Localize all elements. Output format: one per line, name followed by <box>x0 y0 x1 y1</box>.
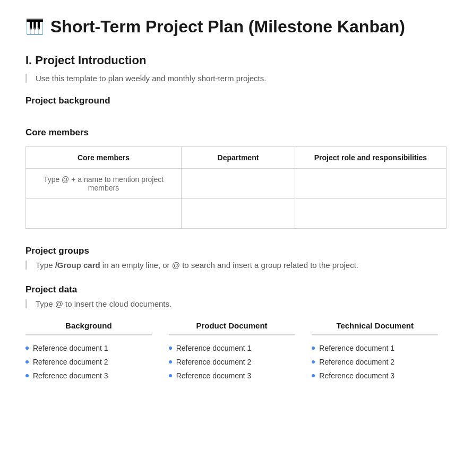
list-item: Reference document 3 <box>25 371 152 380</box>
bullet-icon <box>25 347 29 350</box>
data-column-background: Background Reference document 1 Referenc… <box>25 321 160 385</box>
product-item-1: Reference document 1 <box>176 344 252 352</box>
project-background-heading: Project background <box>25 96 447 106</box>
data-column-product-header: Product Document <box>169 321 295 335</box>
section-project-introduction: I. Project Introduction Use this templat… <box>25 54 447 106</box>
section-core-members: Core members Core members Department Pro… <box>25 127 447 229</box>
list-item: Reference document 3 <box>312 371 438 380</box>
table-row: Type @ + a name to mention project membe… <box>26 169 447 199</box>
section-project-groups: Project groups Type /Group card in an em… <box>25 246 447 270</box>
product-item-2: Reference document 2 <box>176 358 252 366</box>
data-column-technical-header: Technical Document <box>312 321 438 335</box>
list-item: Reference document 2 <box>169 358 295 366</box>
product-list: Reference document 1 Reference document … <box>169 344 295 380</box>
list-item: Reference document 3 <box>169 371 295 380</box>
background-item-1: Reference document 1 <box>33 344 108 352</box>
background-list: Reference document 1 Reference document … <box>25 344 152 380</box>
section-heading-introduction: I. Project Introduction <box>25 54 447 67</box>
project-data-heading: Project data <box>25 284 447 295</box>
list-item: Reference document 1 <box>312 344 438 352</box>
bullet-icon <box>312 347 315 350</box>
bullet-icon <box>169 347 172 350</box>
project-data-description: Type @ to insert the cloud documents. <box>25 299 447 308</box>
data-column-technical: Technical Document Reference document 1 … <box>303 321 447 385</box>
table-header-department: Department <box>182 147 295 169</box>
data-column-background-header: Background <box>25 321 152 335</box>
technical-item-3: Reference document 3 <box>319 371 394 380</box>
section-project-data: Project data Type @ to insert the cloud … <box>25 284 447 385</box>
project-data-columns: Background Reference document 1 Referenc… <box>25 321 447 385</box>
technical-list: Reference document 1 Reference document … <box>312 344 438 380</box>
core-members-heading: Core members <box>25 127 447 138</box>
table-cell-dept-2[interactable] <box>182 199 295 229</box>
bullet-icon <box>169 374 172 377</box>
project-groups-desc-bold: /Group card <box>55 261 100 270</box>
list-item: Reference document 2 <box>312 358 438 366</box>
project-groups-description: Type /Group card in an empty line, or @ … <box>25 261 447 270</box>
table-cell-members-1[interactable]: Type @ + a name to mention project membe… <box>26 169 182 199</box>
page-title: 🎹 Short-Term Project Plan (Milestone Kan… <box>25 17 447 37</box>
list-item: Reference document 1 <box>25 344 152 352</box>
table-header-members: Core members <box>26 147 182 169</box>
table-row <box>26 199 447 229</box>
bullet-icon <box>169 360 172 364</box>
background-item-2: Reference document 2 <box>33 358 108 366</box>
background-item-3: Reference document 3 <box>33 371 108 380</box>
title-text: Short-Term Project Plan (Milestone Kanba… <box>50 17 405 37</box>
table-cell-dept-1[interactable] <box>182 169 295 199</box>
table-cell-members-2[interactable] <box>26 199 182 229</box>
core-members-table: Core members Department Project role and… <box>25 146 447 229</box>
table-cell-role-1[interactable] <box>295 169 446 199</box>
data-column-product: Product Document Reference document 1 Re… <box>160 321 304 385</box>
table-cell-role-2[interactable] <box>295 199 446 229</box>
list-item: Reference document 1 <box>169 344 295 352</box>
product-item-3: Reference document 3 <box>176 371 252 380</box>
bullet-icon <box>312 360 315 364</box>
bullet-icon <box>25 360 29 364</box>
bullet-icon <box>25 374 29 377</box>
technical-item-1: Reference document 1 <box>319 344 394 352</box>
project-groups-heading: Project groups <box>25 246 447 256</box>
list-item: Reference document 2 <box>25 358 152 366</box>
project-groups-desc-pre: Type <box>36 261 55 270</box>
technical-item-2: Reference document 2 <box>319 358 394 366</box>
title-icon: 🎹 <box>25 18 44 36</box>
bullet-icon <box>312 374 315 377</box>
intro-quote: Use this template to plan weekly and mon… <box>25 74 447 83</box>
table-header-role: Project role and responsibilities <box>295 147 446 169</box>
project-groups-desc-post: in an empty line, or @ to search and ins… <box>100 261 358 270</box>
